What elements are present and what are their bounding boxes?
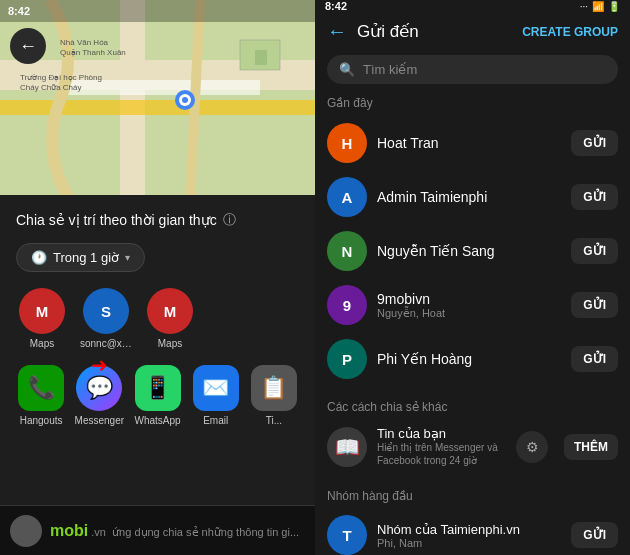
back-button[interactable]: ← [10,28,46,64]
map-area: Nhà Văn Hóa Quận Thanh Xuân Trường Đại h… [0,0,315,200]
back-button-right[interactable]: ← [327,20,347,43]
contact-info: Phi Yến Hoàng [377,351,561,367]
story-sub: Hiển thị trên Messenger và Facebook tron… [377,441,506,467]
svg-rect-3 [60,80,260,95]
status-bar-left: 8:42 [0,0,315,22]
story-icon: 📖 [327,427,367,467]
send-button[interactable]: GỬI [571,238,618,264]
search-input[interactable]: Tìm kiếm [363,62,417,77]
status-icons: ··· 📶 🔋 [580,1,620,12]
story-name: Tin của bạn [377,426,506,441]
contacts-row: M Maps S sonnc@xmedi... M Maps [16,288,299,349]
time-selector[interactable]: 🕐 Trong 1 giờ ▾ [16,243,145,272]
story-info: Tin của bạn Hiển thị trên Messenger và F… [377,426,506,467]
more-app[interactable]: 📋 Ti... [249,365,299,426]
whatsapp-icon: 📱 [135,365,181,411]
contact-name: Nguyễn Tiến Sang [377,243,561,259]
battery-icon: 🔋 [608,1,620,12]
story-item[interactable]: 📖 Tin của bạn Hiển thị trên Messenger và… [315,418,630,475]
contact-sub: Nguyễn, Hoat [377,307,561,320]
gear-icon: ⚙ [526,439,539,455]
contact-avatar: P [327,339,367,379]
recent-section-label: Gần đây [315,92,630,116]
more-icon: 📋 [251,365,297,411]
signal-icon: ··· [580,1,588,12]
whatsapp-app[interactable]: 📱 WhatsApp [132,365,182,426]
svg-point-11 [182,97,188,103]
user-avatar [10,515,42,547]
share-card: Chia sẻ vị trí theo thời gian thực ⓘ 🕐 T… [0,195,315,555]
send-button[interactable]: GỬI [571,346,618,372]
search-icon: 🔍 [339,62,355,77]
svg-text:Nhà Văn Hóa: Nhà Văn Hóa [60,38,109,47]
chevron-down-icon: ▾ [125,252,130,263]
contact-avatar: S [83,288,129,334]
contact-item[interactable]: M Maps [144,288,196,349]
send-button[interactable]: GỬI [571,130,618,156]
contact-info: Admin Taimienphi [377,189,561,205]
group-info: Nhóm của Taimienphi.vn Phi, Nam [377,522,561,549]
back-arrow-icon: ← [19,36,37,57]
svg-rect-13 [255,50,267,65]
contact-name: Phi Yến Hoàng [377,351,561,367]
group-item[interactable]: T Nhóm của Taimienphi.vn Phi, Nam GỬI [315,507,630,555]
create-group-button[interactable]: CREATE GROUP [522,25,618,39]
contact-item[interactable]: S sonnc@xmedi... [80,288,132,349]
group-name: Nhóm của Taimienphi.vn [377,522,561,537]
contact-name: Hoat Tran [377,135,561,151]
email-app[interactable]: ✉️ Email [191,365,241,426]
bottom-bar: mobi .vn ứng dụng chia sẻ những thông ti… [0,505,315,555]
status-time-right: 8:42 [325,0,347,12]
contact-info: Hoat Tran [377,135,561,151]
contact-avatar: 9 [327,285,367,325]
group-section-label: Nhóm hàng đầu [315,483,630,507]
contact-info: 9mobivn Nguyễn, Hoat [377,291,561,320]
gear-button[interactable]: ⚙ [516,431,548,463]
group-sub: Phi, Nam [377,537,561,549]
contact-info: Nguyễn Tiến Sang [377,243,561,259]
wifi-icon: 📶 [592,1,604,12]
other-methods-label: Các cách chia sẻ khác [315,394,630,418]
status-bar-right: 8:42 ··· 📶 🔋 [315,0,630,12]
hangouts-app[interactable]: 📞 Hangouts [16,365,66,426]
search-bar[interactable]: 🔍 Tìm kiếm [327,55,618,84]
send-button[interactable]: GỬI [571,184,618,210]
info-icon: ⓘ [223,211,236,229]
group-avatar: T [327,515,367,555]
group-send-button[interactable]: GỬI [571,522,618,548]
bottom-text: mobi .vn ứng dụng chia sẻ những thông ti… [50,522,305,540]
arrow-pointer-icon: ➜ [91,353,108,377]
contact-name: 9mobivn [377,291,561,307]
email-icon: ✉️ [193,365,239,411]
status-time-left: 8:42 [8,5,30,17]
svg-text:Quận Thanh Xuân: Quận Thanh Xuân [60,48,126,57]
page-title: Gửi đến [357,21,512,42]
contact-item[interactable]: M Maps [16,288,68,349]
svg-text:Trường Đại học Phòng: Trường Đại học Phòng [20,73,102,82]
header: ← Gửi đến CREATE GROUP [315,12,630,51]
list-item[interactable]: A Admin Taimienphi GỬI [315,170,630,224]
contact-avatar: M [147,288,193,334]
hangouts-icon: 📞 [18,365,64,411]
messenger-app[interactable]: ➜ 💬 Messenger [74,365,124,426]
them-button[interactable]: THÊM [564,434,618,460]
contact-avatar: N [327,231,367,271]
clock-icon: 🕐 [31,250,47,265]
send-button[interactable]: GỬI [571,292,618,318]
list-item[interactable]: N Nguyễn Tiến Sang GỬI [315,224,630,278]
svg-text:Cháy Chữa Cháy: Cháy Chữa Cháy [20,83,81,92]
contact-avatar: A [327,177,367,217]
share-title: Chia sẻ vị trí theo thời gian thực ⓘ [16,211,299,229]
list-item[interactable]: P Phi Yến Hoàng GỬI [315,332,630,386]
right-panel: 8:42 ··· 📶 🔋 ← Gửi đến CREATE GROUP 🔍 Tì… [315,0,630,555]
apps-row: 📞 Hangouts ➜ 💬 Messenger 📱 WhatsApp ✉️ E… [16,365,299,426]
contact-avatar: H [327,123,367,163]
contact-name: Admin Taimienphi [377,189,561,205]
list-item[interactable]: 9 9mobivn Nguyễn, Hoat GỬI [315,278,630,332]
list-item[interactable]: H Hoat Tran GỬI [315,116,630,170]
contact-avatar: M [19,288,65,334]
svg-rect-4 [0,100,315,115]
left-panel: 8:42 Nhà Văn Hóa Quận Thanh Xuân Trường … [0,0,315,555]
